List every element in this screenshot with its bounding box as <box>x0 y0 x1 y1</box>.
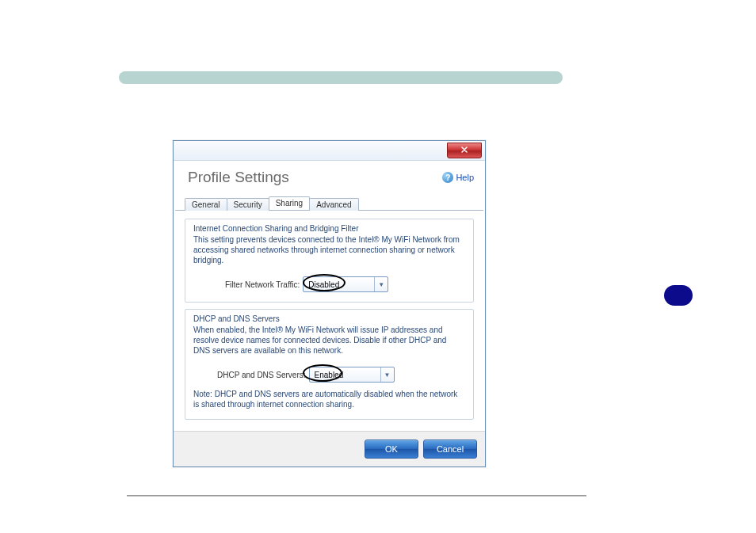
titlebar <box>174 141 485 161</box>
tab-general[interactable]: General <box>185 198 227 211</box>
cancel-button[interactable]: Cancel <box>423 440 477 459</box>
dialog-buttons: OK Cancel <box>174 431 485 466</box>
dialog-header: Profile Settings ? Help <box>174 161 485 191</box>
chevron-down-icon: ▼ <box>374 277 388 291</box>
ok-button[interactable]: OK <box>365 440 418 459</box>
help-label: Help <box>456 173 474 182</box>
group-dhcp-desc: When enabled, the Intel® My WiFi Network… <box>193 325 465 356</box>
group-ics-filter: Internet Connection Sharing and Bridging… <box>185 219 474 303</box>
filter-traffic-select[interactable]: Disabled ▼ <box>303 276 388 292</box>
dhcp-dns-row: DHCP and DNS Servers: Enabled ▼ <box>193 367 465 383</box>
group-ics-title: Internet Connection Sharing and Bridging… <box>193 224 465 233</box>
filter-traffic-row: Filter Network Traffic: Disabled ▼ <box>193 276 465 292</box>
decorative-pill <box>664 285 693 306</box>
help-link[interactable]: ? Help <box>442 172 474 183</box>
help-icon: ? <box>442 172 453 183</box>
dialog-title: Profile Settings <box>188 169 289 186</box>
group-dhcp-title: DHCP and DNS Servers <box>193 314 465 323</box>
profile-settings-dialog: Profile Settings ? Help General Security… <box>173 140 486 467</box>
filter-traffic-label: Filter Network Traffic: <box>225 280 300 289</box>
tabs: General Security Sharing Advanced <box>185 194 485 210</box>
decorative-bar <box>119 71 563 84</box>
tab-security[interactable]: Security <box>227 198 269 211</box>
close-icon <box>460 146 468 154</box>
filter-traffic-value: Disabled <box>308 280 339 289</box>
group-ics-desc: This setting prevents devices connected … <box>193 234 465 265</box>
tab-body-sharing: Internet Connection Sharing and Bridging… <box>175 210 483 431</box>
dhcp-dns-note: Note: DHCP and DNS servers are automatic… <box>193 389 465 409</box>
dhcp-dns-label: DHCP and DNS Servers: <box>217 371 306 379</box>
dhcp-dns-value: Enabled <box>315 371 344 379</box>
group-dhcp-dns: DHCP and DNS Servers When enabled, the I… <box>185 309 474 420</box>
decorative-rule <box>127 495 586 497</box>
tab-sharing[interactable]: Sharing <box>269 196 310 210</box>
chevron-down-icon: ▼ <box>380 367 394 382</box>
close-button[interactable] <box>447 143 482 158</box>
tab-advanced[interactable]: Advanced <box>309 198 358 211</box>
dhcp-dns-select[interactable]: Enabled ▼ <box>309 367 395 383</box>
